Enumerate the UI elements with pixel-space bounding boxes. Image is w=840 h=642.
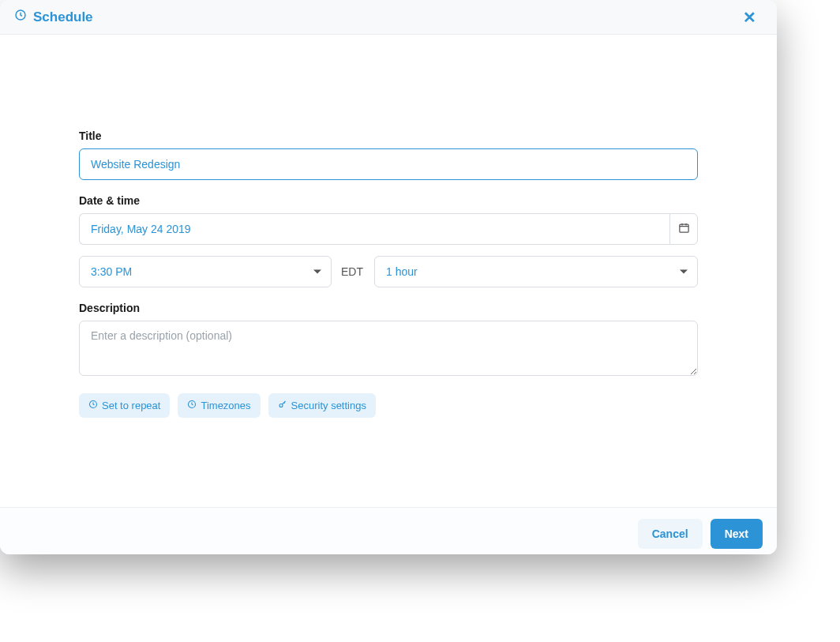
date-picker-button[interactable] (669, 213, 698, 245)
schedule-modal: Schedule ✕ Title Date & time (0, 0, 777, 554)
option-chips: Set to repeat Timezones Security setting… (79, 393, 698, 418)
timezone-label: EDT (341, 265, 363, 278)
set-to-repeat-button[interactable]: Set to repeat (79, 393, 170, 418)
cancel-button[interactable]: Cancel (638, 519, 703, 549)
header-title-group: Schedule (14, 9, 93, 25)
title-label: Title (79, 130, 698, 142)
modal-body: Title Date & time (0, 35, 777, 507)
chip-label: Security settings (291, 400, 366, 411)
description-group: Description (79, 302, 698, 379)
security-settings-button[interactable]: Security settings (268, 393, 376, 418)
description-textarea[interactable] (79, 321, 698, 376)
next-button[interactable]: Next (711, 519, 763, 549)
calendar-icon (678, 222, 690, 236)
description-label: Description (79, 302, 698, 314)
time-select-wrap: 3:30 PM EDT (79, 256, 363, 287)
chip-label: Set to repeat (102, 400, 160, 411)
title-group: Title (79, 130, 698, 180)
duration-value: 1 hour (386, 265, 418, 278)
time-select[interactable]: 3:30 PM (79, 256, 332, 287)
modal-header: Schedule ✕ (0, 0, 777, 35)
chip-label: Timezones (201, 400, 250, 411)
duration-select[interactable]: 1 hour (374, 256, 698, 287)
datetime-label: Date & time (79, 194, 698, 207)
date-input[interactable] (79, 213, 669, 245)
close-icon: ✕ (743, 9, 756, 26)
time-value: 3:30 PM (91, 265, 132, 278)
time-row: 3:30 PM EDT 1 hour (79, 256, 698, 287)
datetime-group: Date & time 3:30 PM (79, 194, 698, 287)
clock-icon (88, 400, 98, 411)
close-button[interactable]: ✕ (737, 5, 763, 30)
svg-rect-1 (679, 224, 688, 232)
header-title: Schedule (33, 9, 93, 25)
key-icon (278, 400, 287, 411)
date-row (79, 213, 698, 245)
timezones-button[interactable]: Timezones (178, 393, 260, 418)
clock-icon (14, 9, 27, 25)
chevron-down-icon (313, 270, 321, 274)
svg-point-4 (279, 404, 283, 407)
clock-icon (187, 400, 197, 411)
title-input[interactable] (79, 148, 698, 180)
chevron-down-icon (680, 270, 688, 274)
modal-footer: Cancel Next (0, 507, 777, 554)
